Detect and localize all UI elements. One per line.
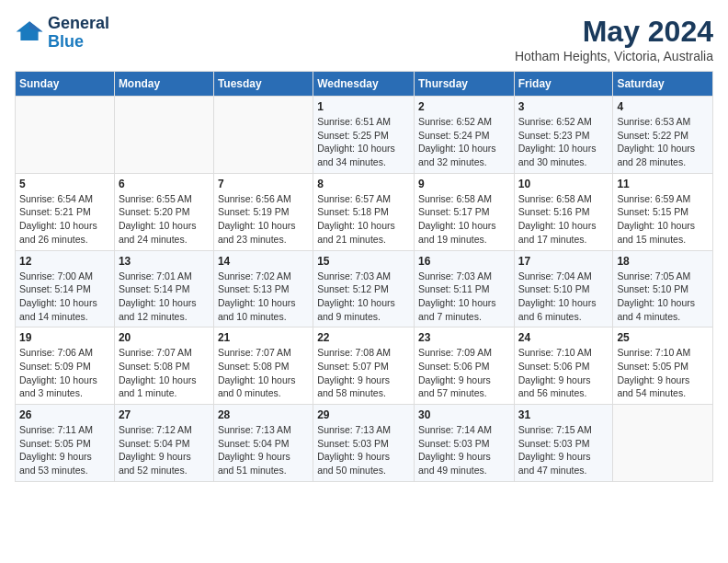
day-info: Sunrise: 7:10 AM Sunset: 5:05 PM Dayligh… — [617, 346, 709, 400]
day-number: 21 — [218, 331, 309, 344]
calendar-cell: 4Sunrise: 6:53 AM Sunset: 5:22 PM Daylig… — [613, 97, 713, 174]
day-number: 4 — [617, 100, 709, 113]
day-number: 29 — [317, 408, 410, 421]
calendar-cell: 27Sunrise: 7:12 AM Sunset: 5:04 PM Dayli… — [114, 405, 213, 482]
day-number: 28 — [218, 408, 309, 421]
calendar-header-thursday: Thursday — [414, 72, 514, 97]
day-number: 5 — [19, 178, 110, 190]
month-title: May 2024 — [515, 15, 713, 49]
day-info: Sunrise: 7:04 AM Sunset: 5:10 PM Dayligh… — [518, 270, 609, 324]
day-info: Sunrise: 7:14 AM Sunset: 5:03 PM Dayligh… — [418, 423, 510, 477]
day-number: 27 — [119, 408, 210, 421]
day-number: 16 — [418, 255, 510, 268]
calendar-cell — [213, 97, 313, 174]
calendar-cell — [613, 405, 713, 482]
calendar-cell: 9Sunrise: 6:58 AM Sunset: 5:17 PM Daylig… — [414, 173, 514, 250]
day-info: Sunrise: 7:13 AM Sunset: 5:04 PM Dayligh… — [218, 423, 309, 477]
logo-text: General Blue — [48, 15, 109, 52]
calendar-week-2: 5Sunrise: 6:54 AM Sunset: 5:21 PM Daylig… — [16, 173, 713, 250]
day-info: Sunrise: 7:11 AM Sunset: 5:05 PM Dayligh… — [19, 423, 110, 477]
day-number: 10 — [518, 178, 609, 190]
day-number: 1 — [317, 100, 410, 113]
day-info: Sunrise: 7:06 AM Sunset: 5:09 PM Dayligh… — [19, 346, 110, 400]
calendar-cell: 22Sunrise: 7:08 AM Sunset: 5:07 PM Dayli… — [313, 327, 415, 405]
calendar-cell: 23Sunrise: 7:09 AM Sunset: 5:06 PM Dayli… — [414, 327, 514, 405]
calendar-cell: 7Sunrise: 6:56 AM Sunset: 5:19 PM Daylig… — [213, 173, 313, 250]
logo-icon — [15, 18, 44, 48]
day-number: 17 — [518, 255, 609, 268]
calendar-cell: 21Sunrise: 7:07 AM Sunset: 5:08 PM Dayli… — [213, 327, 313, 405]
day-info: Sunrise: 7:07 AM Sunset: 5:08 PM Dayligh… — [119, 346, 210, 400]
day-number: 11 — [617, 178, 709, 190]
calendar-cell: 5Sunrise: 6:54 AM Sunset: 5:21 PM Daylig… — [16, 173, 115, 250]
logo: General Blue — [15, 15, 109, 52]
calendar-cell: 12Sunrise: 7:00 AM Sunset: 5:14 PM Dayli… — [16, 250, 115, 327]
calendar-cell — [16, 97, 115, 174]
day-info: Sunrise: 6:58 AM Sunset: 5:17 PM Dayligh… — [418, 192, 510, 247]
calendar-cell: 6Sunrise: 6:55 AM Sunset: 5:20 PM Daylig… — [114, 173, 213, 250]
calendar-cell: 2Sunrise: 6:52 AM Sunset: 5:24 PM Daylig… — [414, 97, 514, 174]
day-number: 12 — [19, 255, 110, 268]
day-info: Sunrise: 6:55 AM Sunset: 5:20 PM Dayligh… — [119, 192, 210, 247]
day-number: 22 — [317, 331, 410, 344]
calendar-table: SundayMondayTuesdayWednesdayThursdayFrid… — [15, 71, 713, 482]
calendar-cell: 26Sunrise: 7:11 AM Sunset: 5:05 PM Dayli… — [16, 405, 115, 482]
day-number: 13 — [119, 255, 210, 268]
day-number: 3 — [518, 100, 609, 113]
location: Hotham Heights, Victoria, Australia — [515, 49, 713, 63]
day-number: 15 — [317, 255, 410, 268]
calendar-cell: 20Sunrise: 7:07 AM Sunset: 5:08 PM Dayli… — [114, 327, 213, 405]
day-number: 20 — [119, 331, 210, 344]
calendar-cell: 19Sunrise: 7:06 AM Sunset: 5:09 PM Dayli… — [16, 327, 115, 405]
title-block: May 2024 Hotham Heights, Victoria, Austr… — [515, 15, 713, 63]
day-number: 31 — [518, 408, 609, 421]
day-number: 24 — [518, 331, 609, 344]
day-info: Sunrise: 6:51 AM Sunset: 5:25 PM Dayligh… — [317, 115, 410, 169]
day-info: Sunrise: 7:07 AM Sunset: 5:08 PM Dayligh… — [218, 346, 309, 400]
day-info: Sunrise: 7:13 AM Sunset: 5:03 PM Dayligh… — [317, 423, 410, 477]
calendar-week-4: 19Sunrise: 7:06 AM Sunset: 5:09 PM Dayli… — [16, 327, 713, 405]
calendar-cell: 25Sunrise: 7:10 AM Sunset: 5:05 PM Dayli… — [613, 327, 713, 405]
calendar-header-tuesday: Tuesday — [213, 72, 313, 97]
day-info: Sunrise: 7:15 AM Sunset: 5:03 PM Dayligh… — [518, 423, 609, 477]
calendar-cell: 3Sunrise: 6:52 AM Sunset: 5:23 PM Daylig… — [514, 97, 613, 174]
day-info: Sunrise: 7:00 AM Sunset: 5:14 PM Dayligh… — [19, 270, 110, 324]
day-info: Sunrise: 7:05 AM Sunset: 5:10 PM Dayligh… — [617, 270, 709, 324]
day-number: 2 — [418, 100, 510, 113]
calendar-cell — [114, 97, 213, 174]
day-number: 6 — [119, 178, 210, 190]
day-info: Sunrise: 6:53 AM Sunset: 5:22 PM Dayligh… — [617, 115, 709, 169]
calendar-week-5: 26Sunrise: 7:11 AM Sunset: 5:05 PM Dayli… — [16, 405, 713, 482]
day-info: Sunrise: 6:52 AM Sunset: 5:24 PM Dayligh… — [418, 115, 510, 169]
day-number: 19 — [19, 331, 110, 344]
day-info: Sunrise: 7:12 AM Sunset: 5:04 PM Dayligh… — [119, 423, 210, 477]
day-number: 18 — [617, 255, 709, 268]
day-info: Sunrise: 6:57 AM Sunset: 5:18 PM Dayligh… — [317, 192, 410, 247]
calendar-cell: 10Sunrise: 6:58 AM Sunset: 5:16 PM Dayli… — [514, 173, 613, 250]
day-info: Sunrise: 6:54 AM Sunset: 5:21 PM Dayligh… — [19, 192, 110, 247]
calendar-header-saturday: Saturday — [613, 72, 713, 97]
calendar-cell: 11Sunrise: 6:59 AM Sunset: 5:15 PM Dayli… — [613, 173, 713, 250]
calendar-cell: 29Sunrise: 7:13 AM Sunset: 5:03 PM Dayli… — [313, 405, 415, 482]
day-info: Sunrise: 7:03 AM Sunset: 5:12 PM Dayligh… — [317, 270, 410, 324]
day-info: Sunrise: 7:02 AM Sunset: 5:13 PM Dayligh… — [218, 270, 309, 324]
day-number: 14 — [218, 255, 309, 268]
day-number: 30 — [418, 408, 510, 421]
calendar-header-monday: Monday — [114, 72, 213, 97]
day-number: 23 — [418, 331, 510, 344]
calendar-cell: 31Sunrise: 7:15 AM Sunset: 5:03 PM Dayli… — [514, 405, 613, 482]
calendar-week-3: 12Sunrise: 7:00 AM Sunset: 5:14 PM Dayli… — [16, 250, 713, 327]
calendar-cell: 17Sunrise: 7:04 AM Sunset: 5:10 PM Dayli… — [514, 250, 613, 327]
calendar-cell: 8Sunrise: 6:57 AM Sunset: 5:18 PM Daylig… — [313, 173, 415, 250]
calendar-week-1: 1Sunrise: 6:51 AM Sunset: 5:25 PM Daylig… — [16, 97, 713, 174]
day-info: Sunrise: 6:59 AM Sunset: 5:15 PM Dayligh… — [617, 192, 709, 247]
calendar-cell: 18Sunrise: 7:05 AM Sunset: 5:10 PM Dayli… — [613, 250, 713, 327]
day-info: Sunrise: 7:09 AM Sunset: 5:06 PM Dayligh… — [418, 346, 510, 400]
calendar-cell: 30Sunrise: 7:14 AM Sunset: 5:03 PM Dayli… — [414, 405, 514, 482]
day-number: 25 — [617, 331, 709, 344]
day-info: Sunrise: 6:56 AM Sunset: 5:19 PM Dayligh… — [218, 192, 309, 247]
calendar-cell: 24Sunrise: 7:10 AM Sunset: 5:06 PM Dayli… — [514, 327, 613, 405]
page-header: General Blue May 2024 Hotham Heights, Vi… — [15, 15, 713, 63]
day-info: Sunrise: 7:03 AM Sunset: 5:11 PM Dayligh… — [418, 270, 510, 324]
day-info: Sunrise: 7:01 AM Sunset: 5:14 PM Dayligh… — [119, 270, 210, 324]
